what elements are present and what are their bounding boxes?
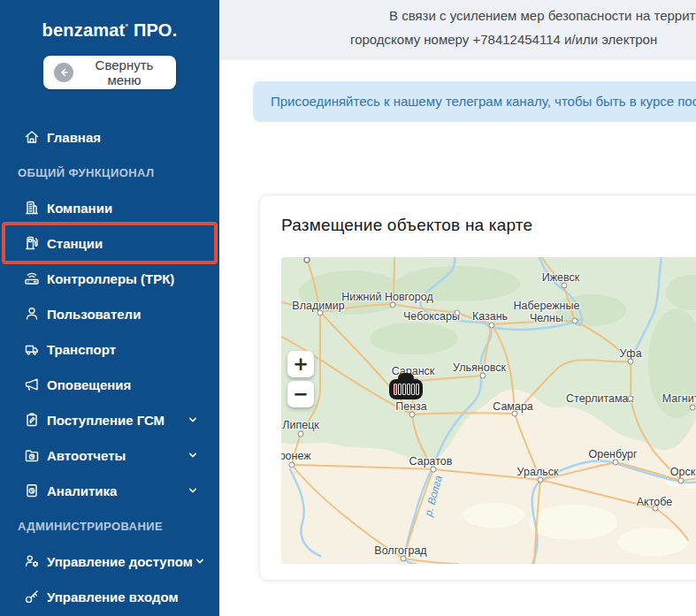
map-city-dot — [298, 431, 304, 437]
notice-line1: В связи с усилением мер безопасности на … — [389, 8, 696, 23]
map-zoom-out-button[interactable]: − — [287, 381, 314, 407]
sidebar-section-header: ОБЩИЙ ФУНКЦИОНАЛ — [0, 155, 219, 190]
map-city-label: Ижевск — [542, 271, 580, 284]
sidebar-item-label: Контроллеры (ТРК) — [47, 271, 174, 286]
sidebar-item-main[interactable]: Главная — [0, 119, 219, 155]
home-icon — [22, 127, 42, 147]
tank-level-bar — [398, 384, 402, 395]
arrow-left-circle-icon — [54, 63, 73, 82]
sidebar-item-fuel-income[interactable]: Поступление ГСМ — [0, 402, 219, 437]
sidebar-item-label: Автоотчеты — [47, 448, 126, 463]
map-city-label: Магнитогорск — [662, 392, 696, 405]
map-city-dot — [653, 506, 659, 512]
main-content: В связи с усилением мер безопасности на … — [219, 0, 696, 616]
map-city-dot — [628, 359, 634, 365]
map-city-dot — [489, 323, 495, 329]
map-city-label: Стерлитамак — [566, 392, 633, 405]
sidebar: benzamat° ПРО. Свернуть меню ГлавнаяОБЩИ… — [0, 0, 219, 616]
map-city-dot — [538, 477, 544, 483]
map-city-dot — [455, 310, 461, 316]
sidebar-section-header: АДМИНИСТРИРОВАНИЕ — [0, 508, 219, 544]
collapse-menu-label: Свернуть меню — [83, 57, 165, 87]
user-icon — [22, 304, 42, 323]
chevron-down-icon — [186, 413, 200, 427]
tank-level-bar — [407, 384, 410, 395]
chevron-down-icon — [193, 554, 207, 568]
fuel-tank-marker[interactable] — [389, 373, 423, 399]
sidebar-item-label: Транспорт — [47, 342, 116, 357]
user-gear-icon — [22, 551, 42, 571]
telegram-banner-text: Присоединяйтесь к нашему телеграм каналу… — [253, 81, 696, 122]
folder-clock-icon — [22, 445, 42, 465]
map-city-dot — [480, 373, 486, 379]
map-city-label: Липецк — [282, 419, 319, 431]
map-city-label: Чебоксары — [403, 310, 460, 323]
map-city-dot — [690, 405, 696, 411]
map-city-label: Набережные Челны — [514, 300, 580, 325]
sidebar-item-label: Управление доступом — [47, 554, 193, 569]
sidebar-item-label: Станции — [47, 236, 103, 251]
router-icon — [22, 269, 42, 288]
sidebar-item-label: Аналитика — [47, 483, 117, 498]
sidebar-item-label: Компании — [47, 201, 112, 216]
key-icon — [22, 587, 42, 606]
fuel-pump-icon — [22, 233, 42, 253]
sidebar-item-access-management[interactable]: Управление доступом — [0, 544, 219, 579]
app-logo[interactable]: benzamat° ПРО. — [0, 0, 219, 41]
sidebar-item-login-management[interactable]: Управление входом — [0, 579, 219, 614]
tank-level-bar — [416, 384, 419, 395]
sidebar-item-controllers[interactable]: Контроллеры (ТРК) — [0, 261, 219, 296]
map-card-title: Размещение объектов на карте — [281, 216, 696, 235]
map-city-label: Нижний Новгород — [341, 291, 433, 303]
map-city-dot — [562, 283, 568, 289]
notice-line2: городскому номеру +78412454114 и/или эле… — [350, 32, 657, 47]
tank-marker-level-bars — [389, 379, 423, 399]
sidebar-item-label: Управление входом — [47, 589, 179, 605]
sidebar-nav: ГлавнаяОБЩИЙ ФУНКЦИОНАЛКомпанииСтанцииКо… — [0, 119, 219, 614]
logo-brand: benzamat — [42, 20, 126, 40]
collapse-menu-button[interactable]: Свернуть меню — [43, 56, 176, 89]
sidebar-item-label: Оповещения — [47, 377, 131, 392]
map-zoom-in-button[interactable]: + — [287, 351, 314, 377]
map-city-label: Казань — [472, 310, 508, 323]
truck-icon — [22, 339, 42, 359]
map-city-dot — [613, 460, 619, 466]
map-city-dot — [317, 310, 324, 316]
sidebar-item-transport[interactable]: Транспорт — [0, 331, 219, 367]
sidebar-item-users[interactable]: Пользователи — [0, 296, 219, 331]
map-city-dot — [628, 396, 634, 402]
sidebar-item-label: Поступление ГСМ — [47, 413, 164, 428]
chevron-down-icon — [186, 448, 200, 462]
sidebar-item-autoreports[interactable]: Автоотчеты — [0, 437, 219, 473]
map-city-dot — [572, 318, 578, 324]
notice-topbar: В связи с усилением мер безопасности на … — [219, 0, 696, 60]
map-city-dot — [289, 462, 295, 468]
sidebar-item-companies[interactable]: Компании — [0, 190, 219, 225]
map-city-label: Ульяновск — [453, 361, 506, 374]
map-city-dot — [512, 411, 518, 417]
telegram-banner: Присоединяйтесь к нашему телеграм каналу… — [253, 81, 696, 122]
sidebar-item-alerts[interactable]: Оповещения — [0, 367, 219, 402]
tank-level-bar-alert — [394, 384, 397, 395]
map-city-label: Орск — [670, 466, 695, 478]
map-city-dot — [390, 302, 396, 308]
sidebar-item-stations[interactable]: Станции — [0, 225, 219, 261]
map[interactable]: ИжевскНижний НовгородВладимирЧебоксарыКа… — [281, 257, 696, 564]
megaphone-icon — [22, 375, 42, 394]
map-city-label: Уральск — [517, 466, 559, 478]
sidebar-item-label: Главная — [47, 130, 101, 145]
sidebar-item-analytics[interactable]: Аналитика — [0, 473, 219, 508]
map-city-dot — [401, 556, 407, 562]
doc-chart-icon — [22, 481, 42, 500]
chevron-down-icon — [186, 483, 200, 498]
map-city-label: Волгоград — [374, 544, 426, 557]
building-icon — [22, 198, 42, 217]
map-city-dot — [678, 478, 685, 484]
clipboard-pen-icon — [22, 410, 42, 430]
map-card: Размещение объектов на карте — [259, 194, 696, 581]
sidebar-item-label: Пользователи — [47, 307, 141, 322]
logo-suffix: ПРО. — [128, 20, 177, 40]
tank-level-bar — [411, 384, 415, 395]
tank-level-bar — [402, 384, 406, 395]
map-city-dot — [409, 412, 416, 418]
